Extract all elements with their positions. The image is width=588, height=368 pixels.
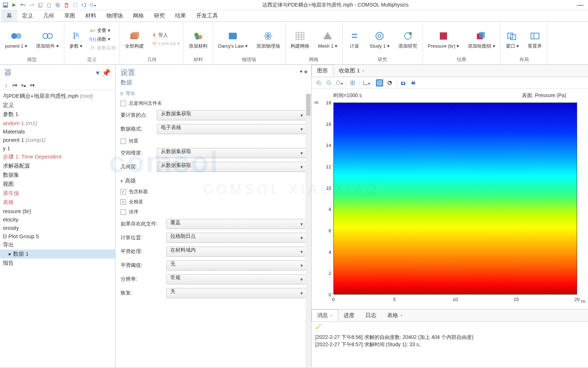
- variables-item[interactable]: a=变量 ▾: [89, 27, 117, 35]
- build-mesh-button[interactable]: 构建网格: [287, 28, 313, 51]
- tree-item[interactable]: 数据集: [0, 171, 115, 180]
- mesh-1-button[interactable]: Mesh 1 ▾: [315, 28, 341, 51]
- redo-icon[interactable]: [28, 2, 35, 8]
- tab-messages[interactable]: 消息×: [312, 309, 338, 321]
- close-icon[interactable]: ×: [362, 68, 365, 73]
- add-plot-group-button[interactable]: 添加绘图组 ▾: [464, 28, 499, 51]
- add-material-button[interactable]: 添加材料: [185, 28, 211, 51]
- log-area[interactable]: [2022-2-27 下午8:56] 求解的自由度数: 20402 (加上 40…: [312, 332, 588, 367]
- menu-sketch[interactable]: 草图: [59, 10, 80, 21]
- compute-button[interactable]: = 计算: [344, 28, 365, 51]
- model-tree[interactable]: 与PDE耦合+地层非均质性.mph (root)定义参数 1andom 1 (r…: [0, 90, 115, 367]
- sort-checkbox[interactable]: [121, 209, 126, 215]
- collapse-icon[interactable]: ↕: [3, 82, 9, 88]
- tree-item[interactable]: 导出: [0, 240, 115, 249]
- tab-convergence[interactable]: 收敛图 1×: [333, 65, 370, 77]
- space-dim-select[interactable]: 从数据集获取: [157, 148, 306, 158]
- tree-item[interactable]: 定义: [0, 101, 115, 110]
- paste-icon[interactable]: [46, 2, 52, 8]
- panel-menu-icon[interactable]: ▾: [96, 69, 100, 77]
- scene-light-icon[interactable]: [386, 79, 393, 87]
- duplicate-icon[interactable]: [54, 2, 61, 8]
- tree-item[interactable]: 视图: [0, 180, 115, 189]
- tree-item[interactable]: andom 1 (rn1): [0, 119, 115, 127]
- tree-item[interactable]: 报告: [0, 259, 115, 268]
- data-format-select[interactable]: 电子表格: [157, 124, 306, 134]
- grid-icon[interactable]: [376, 79, 383, 87]
- transpose-checkbox[interactable]: [121, 139, 126, 144]
- tab-log[interactable]: 日志: [360, 309, 382, 321]
- broom-icon[interactable]: 🧹: [315, 324, 321, 329]
- zoom-dropdown-icon[interactable]: ▾: [89, 2, 96, 8]
- pin-icon[interactable]: ◆: [304, 69, 308, 74]
- reset-layout-button[interactable]: 重置界: [524, 28, 546, 51]
- close-icon[interactable]: ×: [400, 313, 403, 318]
- resolution-select[interactable]: 常规: [166, 274, 306, 284]
- menu-geometry[interactable]: 几何: [38, 10, 59, 21]
- tab-table[interactable]: 表格×: [382, 309, 408, 321]
- zoom-in-icon[interactable]: [315, 79, 323, 87]
- menu-definitions[interactable]: 定义: [17, 10, 38, 21]
- geom-level-select[interactable]: 从数据集获取: [157, 162, 306, 172]
- tree-item[interactable]: ponent 1 (comp1): [0, 136, 115, 144]
- tree-item[interactable]: elocity: [0, 215, 115, 224]
- run-icon[interactable]: [11, 2, 17, 8]
- delete-icon[interactable]: [63, 2, 70, 8]
- recover-select[interactable]: 关: [166, 288, 306, 298]
- tree-item[interactable]: 参数 1: [0, 110, 115, 119]
- include-header-checkbox[interactable]: [121, 189, 126, 195]
- advanced-section-head[interactable]: 高级: [121, 174, 306, 187]
- tree-item[interactable]: y 1: [0, 144, 115, 152]
- tree-item[interactable]: orosity: [0, 224, 115, 232]
- plot-area[interactable]: 时间=1000 s 表面: Pressure (Pa) m 1816141210…: [312, 89, 588, 309]
- parameters-button[interactable]: Pi 参数 ▾: [66, 28, 86, 51]
- menu-mesh[interactable]: 网格: [128, 10, 149, 21]
- eval-pos-select[interactable]: 拉格朗日点: [166, 233, 306, 243]
- menu-study[interactable]: 研究: [149, 10, 170, 21]
- print-icon[interactable]: [410, 79, 417, 87]
- axis-icon[interactable]: ▾: [362, 79, 370, 87]
- always-ask-filename-checkbox[interactable]: [121, 101, 126, 106]
- expand-icon[interactable]: ≡▾: [12, 82, 18, 88]
- zoom-extents-icon[interactable]: [349, 79, 356, 87]
- menu-file[interactable]: 幕: [1, 10, 17, 21]
- darcy-law-button[interactable]: Darcy's Law ▾: [215, 28, 251, 51]
- menu-physics[interactable]: 物理场: [101, 10, 128, 21]
- smoothing-select[interactable]: 在材料域内: [166, 247, 306, 257]
- tab-graphics[interactable]: 图形: [312, 65, 333, 77]
- param-case-item[interactable]: Pi参数实例: [89, 44, 117, 52]
- refresh-icon[interactable]: [81, 2, 87, 8]
- add-physics-button[interactable]: 添加物理场: [253, 28, 284, 51]
- menu-results[interactable]: 结果: [170, 10, 191, 21]
- settings-scrollbar[interactable]: [305, 94, 311, 367]
- study-1-button[interactable]: Study 1 ▾: [366, 28, 393, 51]
- tree-item[interactable]: 求解器配置: [0, 161, 115, 171]
- export-button[interactable]: ⎘ 导出: [121, 89, 306, 98]
- tree-item[interactable]: ▸ 数据 1: [0, 249, 115, 259]
- panel-menu-icon[interactable]: ▾: [300, 69, 303, 74]
- pin-icon[interactable]: 📌: [102, 69, 111, 77]
- windows-button[interactable]: 窗口 ▾: [502, 28, 523, 51]
- tree-item[interactable]: 表格: [0, 198, 115, 207]
- plot-canvas[interactable]: [333, 103, 577, 295]
- full-precision-checkbox[interactable]: [121, 199, 126, 205]
- select-icon[interactable]: [72, 2, 78, 8]
- close-icon[interactable]: ×: [330, 313, 333, 318]
- add-component-button[interactable]: 添加组件 ▾: [32, 28, 62, 51]
- livelink-item[interactable]: ⟲LiveLink ▾: [150, 40, 180, 47]
- snapshot-icon[interactable]: [400, 79, 407, 87]
- smooth-thresh-select[interactable]: 无: [166, 260, 306, 271]
- points-to-compute-select[interactable]: 从数据集获取: [157, 110, 306, 120]
- zoom-out-icon[interactable]: [325, 79, 333, 87]
- add-study-button[interactable]: 添加研究: [395, 28, 421, 51]
- menu-devtools[interactable]: 开发工具: [191, 10, 223, 21]
- if-exists-select[interactable]: 覆盖: [166, 219, 306, 229]
- minimize-icon[interactable]: —: [577, 1, 584, 9]
- tree-item[interactable]: 步骤 1: Time Dependent: [0, 152, 115, 161]
- save-icon[interactable]: [2, 2, 9, 8]
- build-all-button[interactable]: 全部构建: [121, 28, 147, 51]
- tree-item[interactable]: D Plot Group 5: [0, 232, 115, 240]
- tab-progress[interactable]: 进度: [338, 309, 360, 321]
- pressure-button[interactable]: Pressure (br) ▾: [424, 28, 463, 51]
- functions-item[interactable]: f(x)函数 ▾: [89, 35, 117, 43]
